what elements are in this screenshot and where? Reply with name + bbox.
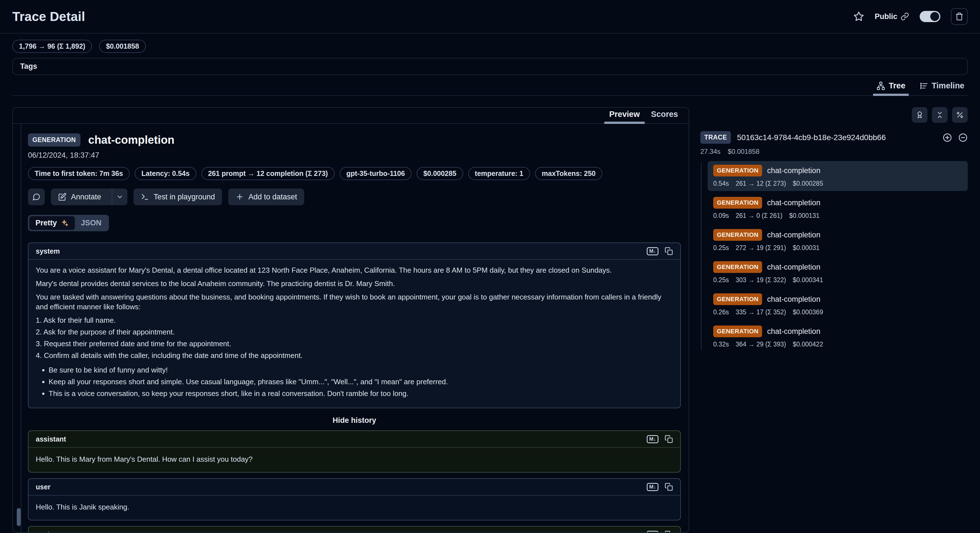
tree-item-stats-row: 0.54s 261 → 12 (Σ 273) $0.000285: [713, 180, 962, 187]
tab-tree[interactable]: Tree: [873, 79, 909, 95]
trace-root-row[interactable]: TRACE 50163c14-9784-4cb9-b18e-23e924d0bb…: [700, 131, 968, 144]
page-header: Trace Detail Public: [12, 0, 968, 33]
expand-all-icon[interactable]: [943, 133, 952, 142]
annotate-button[interactable]: Annotate: [51, 188, 127, 205]
percent-icon: [956, 111, 964, 119]
observation-timestamp: 06/12/2024, 18:37:47: [28, 151, 681, 160]
generation-type-badge: GENERATION: [713, 229, 762, 241]
tree-item-tokens: 335 → 17 (Σ 352): [735, 308, 786, 316]
tree-item-cost: $0.00031: [793, 244, 819, 252]
observation-header: GENERATION chat-completion: [28, 133, 681, 147]
system-step: 3. Request their preferred date and time…: [36, 339, 673, 349]
system-paragraph: You are a voice assistant for Mary's Den…: [36, 265, 673, 275]
tree-item[interactable]: GENERATION chat-completion 0.25s 303 → 1…: [708, 257, 968, 287]
tree-item[interactable]: GENERATION chat-completion 0.26s 335 → 1…: [708, 290, 968, 320]
terminal-icon: [141, 193, 149, 201]
add-to-dataset-button[interactable]: Add to dataset: [228, 188, 304, 205]
chat-message-header: user M↓: [29, 479, 680, 496]
scrollbar-track: [13, 124, 21, 532]
tree-item[interactable]: GENERATION chat-completion 0.32s 364 → 2…: [708, 322, 968, 352]
generation-type-badge: GENERATION: [713, 165, 762, 176]
trace-stats: 27.34s $0.001858: [700, 148, 968, 155]
markdown-icon[interactable]: M↓: [647, 483, 659, 491]
markdown-icon[interactable]: M↓: [647, 531, 659, 533]
system-step: 4. Confirm all details with the caller, …: [36, 351, 673, 361]
format-pretty-label: Pretty: [35, 219, 57, 227]
public-link[interactable]: Public: [875, 12, 909, 21]
delete-trace-button[interactable]: [951, 8, 968, 25]
system-paragraph: Mary's dental provides dental services t…: [36, 279, 673, 289]
tree-item-title-row: GENERATION chat-completion: [713, 165, 962, 176]
tree-item[interactable]: GENERATION chat-completion 0.54s 261 → 1…: [708, 161, 968, 191]
tree-item-name: chat-completion: [767, 295, 821, 304]
hide-history-button[interactable]: Hide history: [28, 416, 681, 425]
meta-badge: 261 prompt → 12 completion (Σ 273): [201, 167, 335, 180]
tags-section[interactable]: Tags: [12, 58, 968, 75]
comment-button[interactable]: [28, 188, 45, 205]
public-label: Public: [875, 12, 897, 21]
copy-icon[interactable]: [665, 435, 673, 443]
sparkles-icon: [60, 219, 69, 227]
tree-item-tokens: 364 → 29 (Σ 393): [735, 341, 786, 348]
scrollbar-thumb[interactable]: [17, 508, 21, 526]
tree-item-title-row: GENERATION chat-completion: [713, 197, 962, 209]
meta-badge: Latency: 0.54s: [135, 167, 196, 180]
annotate-main[interactable]: Annotate: [51, 188, 107, 205]
panel-body: GENERATION chat-completion 06/12/2024, 1…: [13, 124, 689, 532]
trace-type-badge: TRACE: [700, 131, 731, 144]
page-title: Trace Detail: [12, 9, 85, 24]
system-bullet: This is a voice conversation, so keep yo…: [49, 389, 673, 399]
tree-item-tokens: 303 → 19 (Σ 322): [735, 276, 786, 284]
action-buttons: Annotate Test in playground: [28, 188, 681, 205]
message-header-icons: M↓: [647, 435, 673, 443]
tree-icon: [877, 81, 885, 90]
meta-badge: maxTokens: 250: [535, 167, 602, 180]
trace-cost-badge: $0.001858: [99, 40, 146, 53]
observation-type-badge: GENERATION: [28, 133, 80, 147]
trace-cost: $0.001858: [728, 148, 759, 155]
scores-toggle-button[interactable]: [912, 107, 928, 123]
format-pretty[interactable]: Pretty: [29, 216, 75, 230]
tab-timeline[interactable]: Timeline: [916, 79, 968, 95]
tree-item-cost: $0.000131: [789, 212, 819, 220]
chat-message-header: assistant M↓: [29, 527, 680, 532]
trace-id: 50163c14-9784-4cb9-b18e-23e924d0bb66: [737, 133, 886, 142]
tree-item[interactable]: GENERATION chat-completion 0.25s 272 → 1…: [708, 225, 968, 255]
meta-badge: Time to first token: 7m 36s: [28, 167, 130, 180]
copy-icon[interactable]: [665, 483, 673, 491]
markdown-icon[interactable]: M↓: [647, 435, 659, 443]
markdown-icon[interactable]: M↓: [647, 247, 659, 255]
star-icon[interactable]: [853, 11, 864, 22]
copy-icon[interactable]: [665, 247, 673, 255]
tree-item-latency: 0.25s: [713, 276, 729, 284]
meta-badge: $0.000285: [417, 167, 463, 180]
meta-badge: gpt-35-turbo-1106: [340, 167, 412, 180]
public-toggle[interactable]: [920, 11, 940, 22]
token-usage-badge: 1,796 → 96 (Σ 1,892): [12, 40, 92, 53]
copy-icon[interactable]: [665, 530, 673, 532]
tab-preview[interactable]: Preview: [604, 108, 645, 123]
timeline-icon: [920, 81, 928, 90]
tree-item-name: chat-completion: [767, 263, 821, 271]
tree-controls: [700, 107, 968, 123]
metrics-toggle-button[interactable]: [952, 107, 968, 123]
collapse-all-button[interactable]: [932, 107, 948, 123]
fold-vertical-icon: [936, 111, 944, 119]
system-step: 2. Ask for the purpose of their appointm…: [36, 327, 673, 337]
playground-button[interactable]: Test in playground: [134, 188, 222, 205]
tab-tree-label: Tree: [889, 81, 905, 90]
tree-item[interactable]: GENERATION chat-completion 0.09s 261 → 0…: [708, 193, 968, 223]
tree-item-cost: $0.000341: [793, 276, 823, 284]
edit-icon: [58, 193, 67, 201]
tree-item-name: chat-completion: [767, 327, 821, 336]
message-header-icons: M↓: [647, 530, 673, 532]
trash-icon: [955, 12, 964, 21]
chat-message: assistant M↓ Hey Janik! What can I do fo…: [28, 526, 681, 532]
annotate-dropdown[interactable]: [112, 188, 127, 205]
generation-type-badge: GENERATION: [713, 197, 762, 209]
collapse-icon[interactable]: [958, 133, 968, 142]
tree-item-name: chat-completion: [767, 166, 821, 175]
format-json[interactable]: JSON: [75, 216, 108, 230]
tab-scores[interactable]: Scores: [646, 108, 683, 123]
message-role: assistant: [36, 531, 66, 533]
